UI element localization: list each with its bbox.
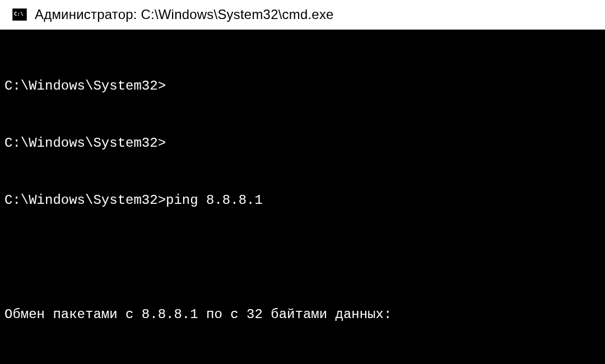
- output-line: Обмен пакетами с 8.8.8.1 по с 32 байтами…: [4, 305, 599, 324]
- svg-text:C:\: C:\: [14, 11, 24, 17]
- cmd-icon: C:\: [12, 8, 27, 21]
- window-title: Администратор: C:\Windows\System32\cmd.e…: [35, 7, 334, 22]
- prompt-line: C:\Windows\System32>: [4, 77, 599, 96]
- titlebar[interactable]: C:\ Администратор: C:\Windows\System32\c…: [0, 0, 605, 30]
- command-line: C:\Windows\System32>ping 8.8.8.1: [4, 191, 599, 210]
- terminal-output[interactable]: C:\Windows\System32> C:\Windows\System32…: [0, 30, 605, 364]
- prompt-line: C:\Windows\System32>: [4, 134, 599, 153]
- blank-line: [4, 248, 599, 267]
- cmd-window: C:\ Администратор: C:\Windows\System32\c…: [0, 0, 605, 364]
